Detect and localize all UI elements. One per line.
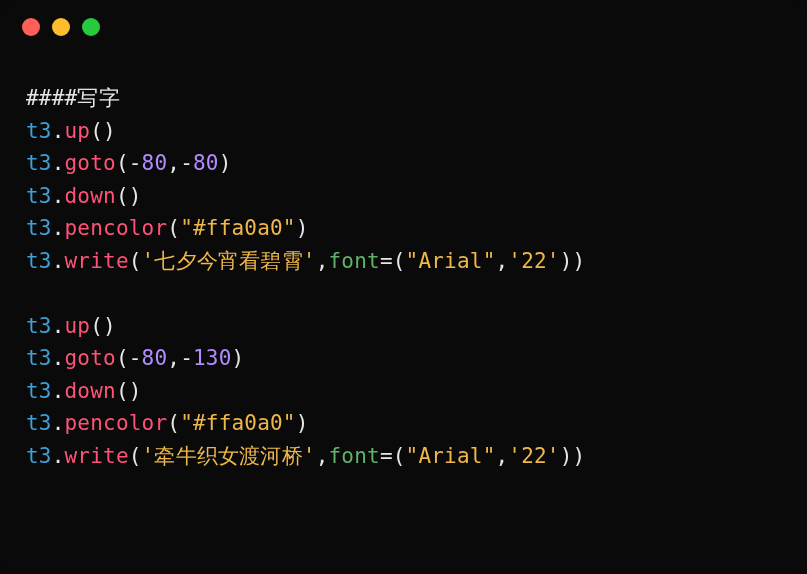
punct-eq: =: [380, 444, 393, 468]
identifier: t3: [26, 151, 52, 175]
identifier: t3: [26, 314, 52, 338]
code-line: ####写字: [26, 82, 781, 115]
punct-dot: .: [52, 249, 65, 273]
punct-dot: .: [52, 216, 65, 240]
punct-dot: .: [52, 151, 65, 175]
identifier: t3: [26, 184, 52, 208]
punct-lparen: (: [393, 444, 406, 468]
punct-rparen: ): [573, 249, 586, 273]
code-line: t3.goto(-80,-130): [26, 342, 781, 375]
number-literal: 80: [193, 151, 219, 175]
punct-rparen: ): [560, 249, 573, 273]
punct-lparen: (: [90, 119, 103, 143]
method-name: up: [65, 314, 91, 338]
punct-minus: -: [129, 151, 142, 175]
keyword-arg: font: [329, 249, 380, 273]
punct-minus: -: [180, 346, 193, 370]
number-literal: 130: [193, 346, 232, 370]
close-icon[interactable]: [22, 18, 40, 36]
blank-line: [26, 277, 781, 310]
punct-lparen: (: [116, 151, 129, 175]
string-literal: "#ffa0a0": [180, 411, 296, 435]
punct-minus: -: [129, 346, 142, 370]
method-name: down: [65, 379, 116, 403]
punct-lparen: (: [393, 249, 406, 273]
identifier: t3: [26, 411, 52, 435]
punct-comma: ,: [316, 249, 329, 273]
punct-rparen: ): [129, 379, 142, 403]
comment-text: ####写字: [26, 86, 120, 110]
string-literal: '七夕今宵看碧霄': [142, 249, 316, 273]
identifier: t3: [26, 216, 52, 240]
punct-lparen: (: [116, 346, 129, 370]
number-literal: 80: [142, 346, 168, 370]
identifier: t3: [26, 379, 52, 403]
punct-comma: ,: [316, 444, 329, 468]
minimize-icon[interactable]: [52, 18, 70, 36]
number-literal: 80: [142, 151, 168, 175]
punct-dot: .: [52, 444, 65, 468]
string-literal: '22': [508, 444, 559, 468]
code-line: t3.goto(-80,-80): [26, 147, 781, 180]
punct-comma: ,: [167, 346, 180, 370]
identifier: t3: [26, 444, 52, 468]
code-editor[interactable]: ####写字t3.up()t3.goto(-80,-80)t3.down()t3…: [0, 46, 807, 473]
punct-dot: .: [52, 379, 65, 403]
punct-lparen: (: [167, 411, 180, 435]
code-line: t3.down(): [26, 180, 781, 213]
identifier: t3: [26, 346, 52, 370]
zoom-icon[interactable]: [82, 18, 100, 36]
punct-rparen: ): [129, 184, 142, 208]
punct-rparen: ): [573, 444, 586, 468]
punct-dot: .: [52, 184, 65, 208]
code-line: t3.up(): [26, 115, 781, 148]
code-line: t3.down(): [26, 375, 781, 408]
identifier: t3: [26, 119, 52, 143]
punct-minus: -: [180, 151, 193, 175]
code-line: t3.up(): [26, 310, 781, 343]
method-name: goto: [65, 151, 116, 175]
punct-dot: .: [52, 411, 65, 435]
string-literal: "Arial": [406, 249, 496, 273]
method-name: pencolor: [65, 411, 168, 435]
punct-rparen: ): [232, 346, 245, 370]
punct-rparen: ): [219, 151, 232, 175]
punct-lparen: (: [129, 444, 142, 468]
method-name: down: [65, 184, 116, 208]
method-name: pencolor: [65, 216, 168, 240]
code-line: t3.pencolor("#ffa0a0"): [26, 212, 781, 245]
punct-lparen: (: [129, 249, 142, 273]
punct-rparen: ): [296, 216, 309, 240]
punct-comma: ,: [167, 151, 180, 175]
punct-lparen: (: [90, 314, 103, 338]
string-literal: '牵牛织女渡河桥': [142, 444, 316, 468]
keyword-arg: font: [329, 444, 380, 468]
string-literal: "#ffa0a0": [180, 216, 296, 240]
code-line: t3.write('七夕今宵看碧霄',font=("Arial",'22')): [26, 245, 781, 278]
punct-dot: .: [52, 346, 65, 370]
identifier: t3: [26, 249, 52, 273]
method-name: goto: [65, 346, 116, 370]
punct-rparen: ): [560, 444, 573, 468]
punct-eq: =: [380, 249, 393, 273]
punct-comma: ,: [496, 444, 509, 468]
window-titlebar: [0, 0, 807, 46]
string-literal: "Arial": [406, 444, 496, 468]
punct-lparen: (: [116, 379, 129, 403]
punct-lparen: (: [116, 184, 129, 208]
string-literal: '22': [508, 249, 559, 273]
code-line: t3.write('牵牛织女渡河桥',font=("Arial",'22')): [26, 440, 781, 473]
method-name: write: [65, 444, 129, 468]
punct-lparen: (: [167, 216, 180, 240]
method-name: up: [65, 119, 91, 143]
punct-dot: .: [52, 119, 65, 143]
punct-comma: ,: [496, 249, 509, 273]
punct-rparen: ): [103, 119, 116, 143]
punct-rparen: ): [103, 314, 116, 338]
code-line: t3.pencolor("#ffa0a0"): [26, 407, 781, 440]
terminal-window: ####写字t3.up()t3.goto(-80,-80)t3.down()t3…: [0, 0, 807, 574]
punct-rparen: ): [296, 411, 309, 435]
punct-dot: .: [52, 314, 65, 338]
method-name: write: [65, 249, 129, 273]
